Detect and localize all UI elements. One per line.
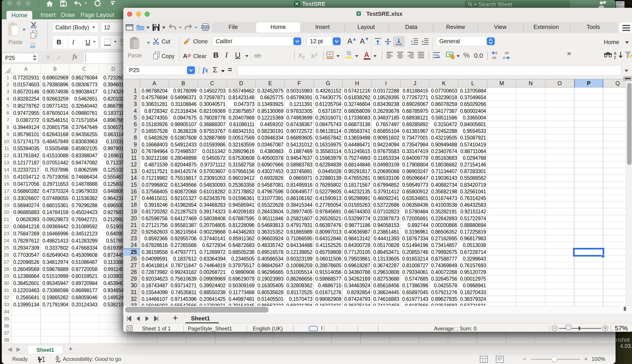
svg-text:.00: .00	[504, 51, 509, 55]
svg-text:A: A	[183, 52, 187, 60]
svg-text:.0: .0	[502, 56, 505, 60]
svg-text:.00: .00	[492, 56, 496, 60]
svg-text:0: 0	[496, 51, 497, 55]
